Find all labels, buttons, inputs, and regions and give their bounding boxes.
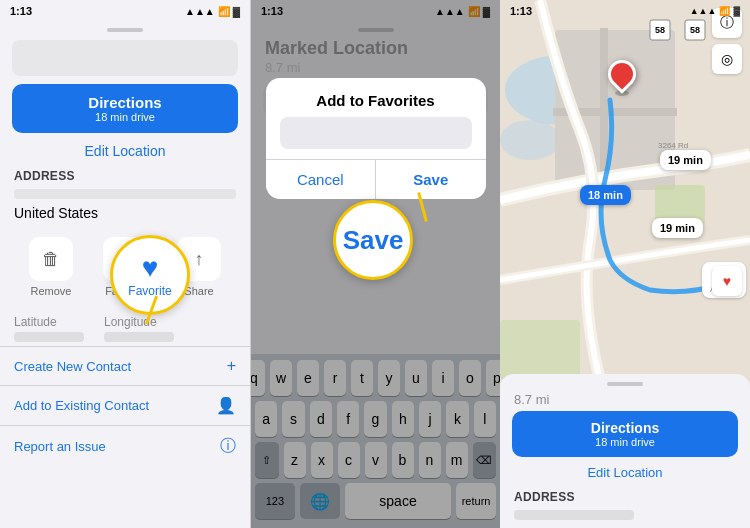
status-icons-3: ▲▲▲ 📶 ▓ [690, 6, 740, 16]
location-search-bar [12, 40, 238, 76]
directions-btn-blue-3[interactable]: Directions 18 min drive [512, 411, 738, 457]
status-icons-1: ▲▲▲ 📶 ▓ [185, 6, 240, 17]
edit-location-link-3[interactable]: Edit Location [500, 461, 750, 486]
create-contact-row[interactable]: Create New Contact + [0, 346, 250, 385]
modal-title: Add to Favorites [266, 78, 486, 117]
latitude-value [14, 332, 84, 342]
panel-map: 1:13 ▲▲▲ 📶 ▓ 3264 Rd 58 [500, 0, 750, 528]
add-existing-contact-row[interactable]: Add to Existing Contact 👤 [0, 385, 250, 425]
favorites-name-input[interactable] [280, 117, 472, 149]
remove-icon-box: 🗑 [29, 237, 73, 281]
route-bubble-19min-2: 19 min [652, 218, 703, 238]
heart-map-icon: ♥ [723, 273, 731, 289]
address-section-3: Address [500, 486, 750, 506]
add-existing-label: Add to Existing Contact [14, 398, 149, 413]
edit-location-link-1[interactable]: Edit Location [0, 137, 250, 169]
remove-action[interactable]: 🗑 Remove [29, 237, 73, 297]
info-icon: ⓘ [220, 436, 236, 457]
route-bubble-18min: 18 min [580, 185, 631, 205]
wifi-icon-3: 📶 [719, 6, 730, 16]
addr-blurred-3 [500, 506, 750, 524]
directions-sub-3: 18 min drive [521, 436, 729, 448]
report-issue-label: Report an Issue [14, 439, 106, 454]
status-bar-3: 1:13 ▲▲▲ 📶 ▓ [500, 0, 750, 22]
latitude-label: Latitude [14, 315, 84, 329]
modal-cancel-button[interactable]: Cancel [266, 160, 377, 199]
map-favorite-btn[interactable]: ♥ [712, 266, 742, 296]
panel-locations: 1:13 ▲▲▲ 📶 ▓ Directions 18 min drive Edi… [0, 0, 250, 528]
save-callout: Save [333, 200, 413, 280]
map-pin[interactable] [608, 60, 636, 96]
create-contact-label: Create New Contact [14, 359, 131, 374]
latitude-col: Latitude [14, 315, 84, 342]
route-bubble-19min-1: 19 min [660, 150, 711, 170]
directions-sub-1: 18 min drive [22, 111, 228, 123]
address-country-1: United States [0, 203, 250, 227]
drag-handle-1[interactable] [107, 28, 143, 32]
lat-lon-row: Latitude Longitude [0, 307, 250, 346]
panel-add-favorites: 1:13 ▲▲▲ 📶 ▓ Marked Location 8.7 mi Dire… [250, 0, 500, 528]
plus-icon: + [227, 357, 236, 375]
wifi-icon: 📶 [218, 6, 230, 17]
save-callout-label: Save [343, 225, 404, 256]
svg-text:58: 58 [690, 25, 700, 35]
callout-heart-icon: ♥ [142, 252, 159, 284]
share-icon: ↑ [195, 249, 204, 270]
address-line-1 [14, 189, 236, 199]
sheet-handle[interactable] [607, 382, 643, 386]
pin-circle [602, 54, 642, 94]
directions-label-3: Directions [521, 420, 729, 436]
svg-point-2 [500, 120, 560, 160]
person-plus-icon: 👤 [216, 396, 236, 415]
trash-icon: 🗑 [42, 249, 60, 270]
status-time-3: 1:13 [510, 5, 532, 17]
directions-label-1: Directions [22, 94, 228, 111]
longitude-col: Longitude [104, 315, 174, 342]
map-bottom-sheet: 8.7 mi Directions 18 min drive Edit Loca… [500, 374, 750, 528]
status-time-1: 1:13 [10, 5, 32, 17]
dist-label-3: 8.7 mi [500, 392, 750, 411]
remove-label: Remove [31, 285, 72, 297]
longitude-value [104, 332, 174, 342]
callout-label: Favorite [128, 284, 171, 298]
add-to-favorites-modal: Add to Favorites Cancel Save [266, 78, 486, 199]
signal-icon-3: ▲▲▲ [690, 6, 717, 16]
report-issue-row[interactable]: Report an Issue ⓘ [0, 425, 250, 467]
svg-rect-7 [500, 320, 580, 380]
modal-save-button[interactable]: Save [376, 160, 486, 199]
modal-buttons: Cancel Save [266, 159, 486, 199]
svg-text:58: 58 [655, 25, 665, 35]
directions-button-1[interactable]: Directions 18 min drive [12, 84, 238, 133]
status-bar-1: 1:13 ▲▲▲ 📶 ▓ [0, 0, 250, 22]
signal-icon: ▲▲▲ [185, 6, 215, 17]
svg-text:3264 Rd: 3264 Rd [658, 141, 688, 150]
longitude-label: Longitude [104, 315, 174, 329]
battery-icon: ▓ [233, 6, 240, 17]
share-label: Share [184, 285, 213, 297]
location-ctrl-btn[interactable]: ◎ [712, 44, 742, 74]
battery-icon-3: ▓ [733, 6, 740, 16]
favorite-callout: ♥ Favorite [110, 235, 190, 315]
address-section-label-1: Address [0, 169, 250, 187]
